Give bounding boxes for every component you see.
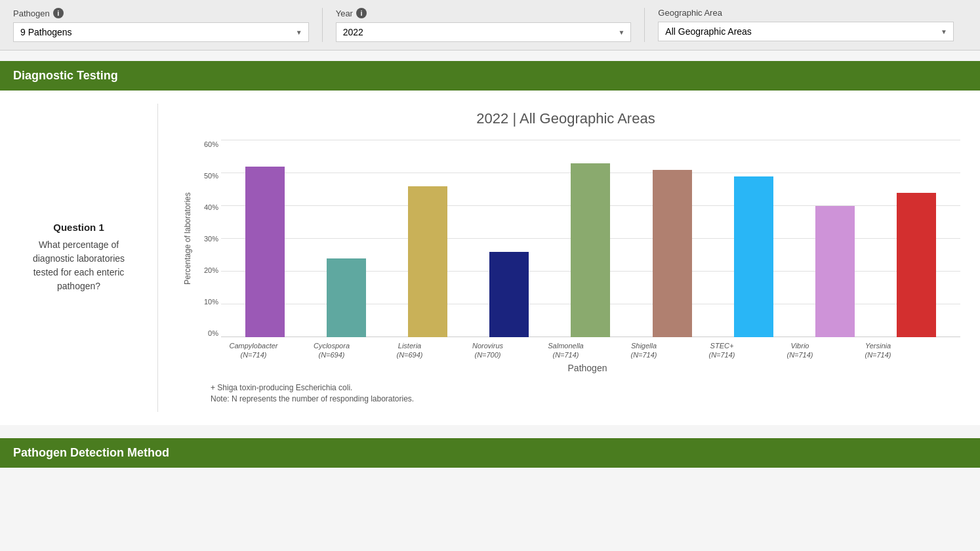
filters-bar: Pathogen i 9 Pathogens All Pathogens Yea… <box>0 0 980 51</box>
chart-body-wrapper: Percentage of laboratories 0% 10% 20% 30… <box>171 140 960 337</box>
x-label-cyclospora: Cyclospora(N=694) <box>293 341 371 360</box>
chart-area: 2022 | All Geographic Areas Percentage o… <box>157 104 967 412</box>
x-labels: Campylobacter(N=714)Cyclospora(N=694)Lis… <box>171 337 960 360</box>
y-tick-labels: 0% 10% 20% 30% 40% 50% 60% <box>197 140 218 337</box>
y-tick-20: 20% <box>197 266 218 274</box>
diagnostic-testing-header: Diagnostic Testing <box>0 61 980 91</box>
pathogen-info-icon[interactable]: i <box>53 8 64 18</box>
chart-notes: + Shiga toxin-producing Escherichia coli… <box>171 383 960 403</box>
footnote2: Note: N represents the number of respond… <box>211 394 960 403</box>
y-tick-50: 50% <box>197 172 218 180</box>
x-axis-title: Pathogen <box>171 363 960 373</box>
y-tick-10: 10% <box>197 298 218 306</box>
bar-stec+ <box>734 176 773 337</box>
bar-vibrio <box>815 206 855 337</box>
y-tick-0: 0% <box>197 329 218 337</box>
y-axis-title-container: Percentage of laboratories <box>178 140 197 337</box>
bar-cyclospora <box>327 258 366 337</box>
bars-container <box>221 140 960 337</box>
year-label: Year i <box>336 8 632 18</box>
geographic-label-text: Geographic Area <box>658 8 722 18</box>
x-label-stec+: STEC+(N=714) <box>683 341 761 360</box>
y-tick-40: 40% <box>197 203 218 211</box>
y-tick-60: 60% <box>197 140 218 148</box>
question-panel: Question 1 What percentage of diagnostic… <box>13 104 144 412</box>
bar-yersinia <box>897 193 936 337</box>
question-text: What percentage of diagnostic laboratori… <box>20 238 138 293</box>
y-axis-title: Percentage of laboratories <box>183 193 192 285</box>
bar-campylobacter <box>245 167 285 337</box>
x-label-yersinia: Yersinia(N=714) <box>839 341 917 360</box>
year-select-wrapper: 2020 2021 2022 2023 <box>336 22 632 42</box>
year-filter-group: Year i 2020 2021 2022 2023 <box>336 8 645 42</box>
geographic-label: Geographic Area <box>658 8 954 18</box>
footnote1: + Shiga toxin-producing Escherichia coli… <box>211 383 960 392</box>
diagnostic-testing-section: Question 1 What percentage of diagnostic… <box>0 91 980 425</box>
bar-listeria <box>408 186 447 337</box>
year-label-text: Year <box>336 9 353 18</box>
year-info-icon[interactable]: i <box>356 8 367 18</box>
pathogen-detection-header: Pathogen Detection Method <box>0 438 980 468</box>
x-label-campylobacter: Campylobacter(N=714) <box>214 341 293 360</box>
geographic-filter-group: Geographic Area All Geographic Areas Nor… <box>658 8 967 42</box>
geographic-select[interactable]: All Geographic Areas Northeast South Mid… <box>658 22 954 41</box>
diagnostic-testing-title: Diagnostic Testing <box>13 69 118 82</box>
x-label-norovirus: Norovirus(N=700) <box>449 341 527 360</box>
y-tick-30: 30% <box>197 235 218 243</box>
x-label-listeria: Listeria(N=694) <box>371 341 449 360</box>
pathogen-select[interactable]: 9 Pathogens All Pathogens <box>13 22 309 42</box>
bar-salmonella <box>571 163 610 337</box>
bars-row <box>221 140 960 337</box>
x-label-vibrio: Vibrio(N=714) <box>761 341 839 360</box>
x-label-shigella: Shigella(N=714) <box>605 341 683 360</box>
question-number: Question 1 <box>53 222 104 233</box>
bar-norovirus <box>489 252 529 337</box>
pathogen-select-wrapper: 9 Pathogens All Pathogens <box>13 22 309 42</box>
chart-container: Question 1 What percentage of diagnostic… <box>13 104 967 412</box>
pathogen-label: Pathogen i <box>13 8 309 18</box>
bar-shigella <box>653 170 692 337</box>
x-label-salmonella: Salmonella(N=714) <box>527 341 605 360</box>
pathogen-detection-title: Pathogen Detection Method <box>13 446 169 459</box>
chart-title: 2022 | All Geographic Areas <box>171 110 960 127</box>
pathogen-filter-group: Pathogen i 9 Pathogens All Pathogens <box>13 8 323 42</box>
year-select[interactable]: 2020 2021 2022 2023 <box>336 22 632 42</box>
pathogen-label-text: Pathogen <box>13 9 50 18</box>
geographic-select-wrapper: All Geographic Areas Northeast South Mid… <box>658 22 954 41</box>
